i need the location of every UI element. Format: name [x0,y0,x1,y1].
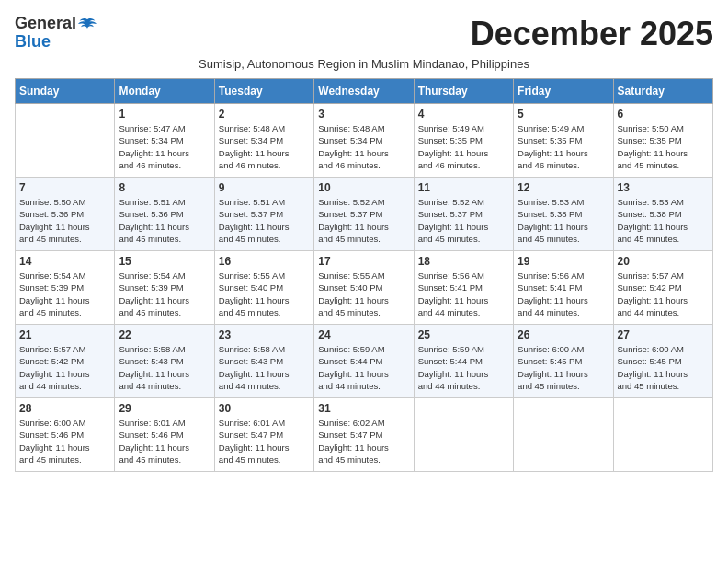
day-number: 29 [119,402,210,415]
day-number: 20 [618,255,709,268]
header-tuesday: Tuesday [214,79,313,104]
day-number: 6 [618,108,709,121]
calendar-cell: 18Sunrise: 5:56 AMSunset: 5:41 PMDayligh… [414,251,513,325]
day-info: Sunrise: 6:01 AMSunset: 5:46 PMDaylight:… [119,417,210,465]
calendar-cell: 19Sunrise: 5:56 AMSunset: 5:41 PMDayligh… [514,251,613,325]
day-info: Sunrise: 5:49 AMSunset: 5:35 PMDaylight:… [418,122,509,171]
day-number: 30 [219,402,310,415]
day-number: 28 [19,402,110,415]
day-info: Sunrise: 5:50 AMSunset: 5:36 PMDaylight:… [19,196,110,245]
calendar-cell: 1Sunrise: 5:47 AMSunset: 5:34 PMDaylight… [115,104,214,178]
calendar-cell: 24Sunrise: 5:59 AMSunset: 5:44 PMDayligh… [314,325,414,398]
calendar-cell: 21Sunrise: 5:57 AMSunset: 5:42 PMDayligh… [16,325,115,398]
day-info: Sunrise: 5:52 AMSunset: 5:37 PMDaylight:… [318,196,409,245]
day-number: 9 [219,181,310,194]
day-number: 21 [19,328,110,341]
day-info: Sunrise: 5:52 AMSunset: 5:37 PMDaylight:… [418,196,509,245]
day-info: Sunrise: 5:54 AMSunset: 5:39 PMDaylight:… [119,270,210,318]
calendar-cell: 9Sunrise: 5:51 AMSunset: 5:37 PMDaylight… [214,178,313,251]
month-title: December 2025 [471,15,713,53]
day-info: Sunrise: 5:55 AMSunset: 5:40 PMDaylight:… [219,270,310,318]
calendar-cell: 28Sunrise: 6:00 AMSunset: 5:46 PMDayligh… [16,398,115,472]
day-info: Sunrise: 6:00 AMSunset: 5:45 PMDaylight:… [518,343,609,392]
calendar-cell: 17Sunrise: 5:55 AMSunset: 5:40 PMDayligh… [314,251,414,325]
day-info: Sunrise: 5:56 AMSunset: 5:41 PMDaylight:… [418,270,509,318]
day-info: Sunrise: 5:48 AMSunset: 5:34 PMDaylight:… [318,122,409,171]
day-info: Sunrise: 5:47 AMSunset: 5:34 PMDaylight:… [119,122,210,171]
day-info: Sunrise: 5:53 AMSunset: 5:38 PMDaylight:… [518,196,609,245]
day-number: 11 [418,181,509,194]
header-saturday: Saturday [613,79,712,104]
header-sunday: Sunday [16,79,115,104]
day-info: Sunrise: 6:01 AMSunset: 5:47 PMDaylight:… [219,417,310,465]
day-number: 4 [418,108,509,121]
calendar-cell: 16Sunrise: 5:55 AMSunset: 5:40 PMDayligh… [214,251,313,325]
day-info: Sunrise: 5:51 AMSunset: 5:37 PMDaylight:… [219,196,310,245]
calendar-week-row: 28Sunrise: 6:00 AMSunset: 5:46 PMDayligh… [16,398,713,472]
calendar-cell: 22Sunrise: 5:58 AMSunset: 5:43 PMDayligh… [115,325,214,398]
day-number: 19 [518,255,609,268]
calendar-cell [514,398,613,472]
day-number: 17 [318,255,409,268]
calendar-cell: 6Sunrise: 5:50 AMSunset: 5:35 PMDaylight… [613,104,712,178]
header-monday: Monday [115,79,214,104]
calendar-cell: 11Sunrise: 5:52 AMSunset: 5:37 PMDayligh… [414,178,513,251]
day-number: 13 [618,181,709,194]
day-info: Sunrise: 5:58 AMSunset: 5:43 PMDaylight:… [219,343,310,392]
day-number: 22 [119,328,210,341]
page-header: General Blue December 2025 [15,15,713,53]
calendar-cell: 30Sunrise: 6:01 AMSunset: 5:47 PMDayligh… [214,398,313,472]
calendar-cell: 25Sunrise: 5:59 AMSunset: 5:44 PMDayligh… [414,325,513,398]
day-info: Sunrise: 5:49 AMSunset: 5:35 PMDaylight:… [518,122,609,171]
day-number: 5 [518,108,609,121]
calendar-week-row: 7Sunrise: 5:50 AMSunset: 5:36 PMDaylight… [16,178,713,251]
calendar-cell [414,398,513,472]
calendar-cell: 4Sunrise: 5:49 AMSunset: 5:35 PMDaylight… [414,104,513,178]
calendar-cell: 8Sunrise: 5:51 AMSunset: 5:36 PMDaylight… [115,178,214,251]
header-friday: Friday [514,79,613,104]
calendar-cell: 20Sunrise: 5:57 AMSunset: 5:42 PMDayligh… [613,251,712,325]
day-number: 16 [219,255,310,268]
calendar-cell: 29Sunrise: 6:01 AMSunset: 5:46 PMDayligh… [115,398,214,472]
logo-general-text: General [15,15,76,33]
calendar-cell [16,104,115,178]
day-number: 1 [119,108,210,121]
day-info: Sunrise: 5:51 AMSunset: 5:36 PMDaylight:… [119,196,210,245]
day-number: 15 [119,255,210,268]
calendar-cell: 26Sunrise: 6:00 AMSunset: 5:45 PMDayligh… [514,325,613,398]
calendar-cell: 31Sunrise: 6:02 AMSunset: 5:47 PMDayligh… [314,398,414,472]
day-number: 31 [318,402,409,415]
calendar-subtitle: Sumisip, Autonomous Region in Muslim Min… [15,57,713,71]
calendar-cell: 15Sunrise: 5:54 AMSunset: 5:39 PMDayligh… [115,251,214,325]
day-info: Sunrise: 5:53 AMSunset: 5:38 PMDaylight:… [618,196,709,245]
day-number: 8 [119,181,210,194]
calendar-table: SundayMondayTuesdayWednesdayThursdayFrid… [15,78,713,472]
day-number: 25 [418,328,509,341]
calendar-cell: 27Sunrise: 6:00 AMSunset: 5:45 PMDayligh… [613,325,712,398]
day-info: Sunrise: 6:00 AMSunset: 5:46 PMDaylight:… [19,417,110,465]
day-number: 12 [518,181,609,194]
calendar-cell: 2Sunrise: 5:48 AMSunset: 5:34 PMDaylight… [214,104,313,178]
day-info: Sunrise: 5:57 AMSunset: 5:42 PMDaylight:… [19,343,110,392]
calendar-cell [613,398,712,472]
day-info: Sunrise: 5:59 AMSunset: 5:44 PMDaylight:… [318,343,409,392]
day-number: 3 [318,108,409,121]
day-number: 27 [618,328,709,341]
day-number: 24 [318,328,409,341]
day-info: Sunrise: 5:54 AMSunset: 5:39 PMDaylight:… [19,270,110,318]
calendar-cell: 23Sunrise: 5:58 AMSunset: 5:43 PMDayligh… [214,325,313,398]
calendar-cell: 13Sunrise: 5:53 AMSunset: 5:38 PMDayligh… [613,178,712,251]
header-wednesday: Wednesday [314,79,414,104]
logo-bird-icon [78,17,97,30]
day-number: 26 [518,328,609,341]
logo: General Blue [15,15,97,52]
day-info: Sunrise: 5:50 AMSunset: 5:35 PMDaylight:… [618,122,709,171]
day-number: 14 [19,255,110,268]
calendar-cell: 12Sunrise: 5:53 AMSunset: 5:38 PMDayligh… [514,178,613,251]
day-info: Sunrise: 5:48 AMSunset: 5:34 PMDaylight:… [219,122,310,171]
calendar-week-row: 14Sunrise: 5:54 AMSunset: 5:39 PMDayligh… [16,251,713,325]
calendar-week-row: 21Sunrise: 5:57 AMSunset: 5:42 PMDayligh… [16,325,713,398]
calendar-week-row: 1Sunrise: 5:47 AMSunset: 5:34 PMDaylight… [16,104,713,178]
calendar-header-row: SundayMondayTuesdayWednesdayThursdayFrid… [16,79,713,104]
day-number: 10 [318,181,409,194]
